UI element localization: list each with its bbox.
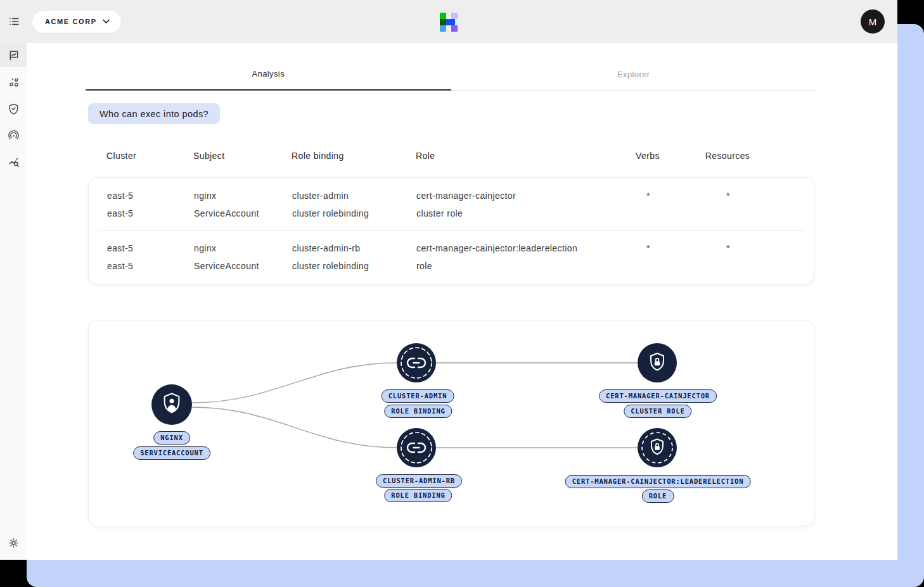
- cell-verbs: *: [623, 191, 674, 201]
- cell-role: role: [416, 261, 623, 271]
- shield-lock-icon: [638, 343, 677, 382]
- shield-check-icon: [8, 103, 20, 115]
- cell-cluster: east-5: [107, 208, 194, 218]
- sidebar-item-radar[interactable]: [0, 123, 27, 147]
- graph-node-role[interactable]: [638, 428, 677, 467]
- shield-person-icon: [151, 384, 192, 425]
- cell-cluster: east-5: [107, 191, 194, 201]
- graph-label-name[interactable]: CERT-MANAGER-CAINJECTOR: [599, 389, 717, 403]
- cell-resources: *: [674, 243, 783, 253]
- cell-role: cluster role: [416, 208, 623, 218]
- column-header-role: Role: [416, 149, 622, 162]
- column-header-subject: Subject: [193, 149, 292, 162]
- app-logo: [440, 13, 458, 32]
- shield-lock-icon: [638, 428, 677, 467]
- results-card: east-5 nginx cluster-admin cert-manager-…: [88, 177, 814, 284]
- cell-subject: nginx: [194, 243, 292, 253]
- sidebar-item-settings[interactable]: [0, 531, 27, 555]
- topbar: ACME CORP M: [0, 0, 897, 43]
- sidebar-item-insights[interactable]: [0, 149, 27, 174]
- logo-cell-blue: [446, 19, 455, 25]
- graph-node-cluster-admin[interactable]: [397, 343, 436, 382]
- graph-node-serviceaccount[interactable]: [151, 384, 192, 425]
- cell-role: cert-manager-cainjector:leaderelection: [416, 243, 623, 253]
- cell-role-binding: cluster rolebinding: [292, 261, 416, 271]
- user-avatar[interactable]: M: [861, 9, 885, 34]
- tab-bar: Analysis Explorer: [86, 43, 816, 91]
- column-header-resources: Resources: [673, 149, 782, 162]
- query-chip-label: Who can exec into pods?: [99, 109, 209, 119]
- cell-role-binding: cluster rolebinding: [292, 208, 416, 218]
- cell-subject: ServiceAccount: [194, 208, 292, 218]
- gear-icon: [8, 537, 20, 549]
- graph-label-kind[interactable]: CLUSTER ROLE: [624, 405, 691, 418]
- table-row[interactable]: east-5 nginx cluster-admin-rb cert-manag…: [99, 230, 804, 283]
- sidebar-item-clusters[interactable]: [0, 70, 27, 94]
- graph-label-kind[interactable]: SERVICEACCOUNT: [133, 446, 210, 460]
- graph-label-name[interactable]: CLUSTER-ADMIN-RB: [376, 474, 462, 488]
- chevron-down-icon: [103, 19, 110, 24]
- app-window: ACME CORP M: [0, 0, 897, 560]
- graph-label-name[interactable]: CLUSTER-ADMIN: [382, 389, 454, 403]
- cell-cluster: east-5: [107, 261, 194, 271]
- tab-analysis-label: Analysis: [252, 69, 285, 79]
- cell-role: cert-manager-cainjector: [416, 191, 623, 201]
- cell-subject: nginx: [194, 191, 292, 201]
- flag-chart-icon: [8, 49, 20, 61]
- logo-cell-light-blue: [440, 25, 446, 32]
- cell-role-binding: cluster-admin: [292, 191, 416, 201]
- column-header-cluster: Cluster: [106, 149, 193, 162]
- main-content: Analysis Explorer Who can exec into pods…: [27, 43, 897, 560]
- graph-label-name[interactable]: CERT-MANAGER-CAINJECTOR:LEADERELECTION: [565, 475, 751, 488]
- table-row[interactable]: east-5 nginx cluster-admin cert-manager-…: [89, 179, 814, 230]
- avatar-initial: M: [869, 16, 877, 27]
- graph-label-kind[interactable]: ROLE: [642, 489, 674, 503]
- cell-subject: ServiceAccount: [194, 261, 292, 271]
- logo-cell-violet: [451, 25, 458, 32]
- sidebar: [0, 43, 27, 560]
- graph-label-name[interactable]: NGINX: [153, 431, 190, 445]
- logo-cell-lavender: [451, 13, 458, 19]
- graph-node-cluster-admin-rb[interactable]: [397, 428, 436, 467]
- graph-node-cluster-role[interactable]: [638, 343, 677, 382]
- menu-list-icon[interactable]: [7, 15, 21, 28]
- cell-verbs: *: [623, 243, 674, 253]
- graph-label-kind[interactable]: ROLE BINDING: [384, 489, 452, 502]
- query-chip[interactable]: Who can exec into pods?: [88, 103, 220, 124]
- cell-resources: *: [674, 191, 783, 201]
- tab-explorer[interactable]: Explorer: [451, 43, 817, 91]
- column-header-role-binding: Role binding: [292, 149, 416, 162]
- link-icon: [397, 428, 436, 467]
- tab-analysis[interactable]: Analysis: [86, 43, 451, 91]
- trend-search-icon: [8, 156, 20, 168]
- cell-role-binding: cluster-admin-rb: [292, 243, 416, 253]
- radar-icon: [8, 129, 20, 141]
- sidebar-item-analysis[interactable]: [0, 43, 27, 67]
- graph-label-kind[interactable]: ROLE BINDING: [384, 405, 452, 418]
- sidebar-item-security[interactable]: [0, 96, 27, 120]
- graph-card: NGINX SERVICEACCOUNT CLUSTER-ADMIN ROLE …: [88, 320, 814, 526]
- link-icon: [397, 343, 436, 382]
- results-table-header: Cluster Subject Role binding Role Verbs …: [88, 149, 814, 162]
- logo-cell-dark-green: [440, 19, 446, 25]
- sidebar-spacer: [0, 176, 27, 531]
- cell-cluster: east-5: [107, 243, 194, 253]
- nodes-icon: [8, 76, 20, 88]
- column-header-verbs: Verbs: [622, 149, 673, 162]
- org-name: ACME CORP: [45, 18, 97, 25]
- tab-explorer-label: Explorer: [617, 70, 650, 79]
- logo-cell-green: [440, 13, 446, 19]
- org-switcher-button[interactable]: ACME CORP: [32, 11, 121, 33]
